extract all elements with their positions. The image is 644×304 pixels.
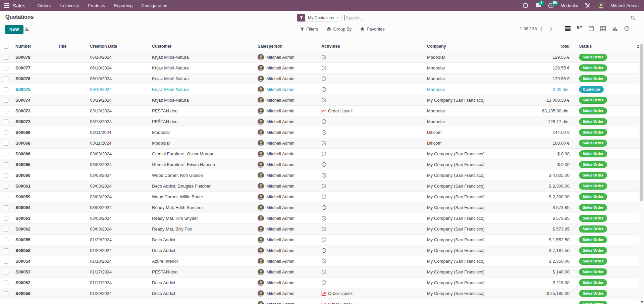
col-header-creation-date[interactable]: Creation Date: [87, 44, 149, 49]
table-row[interactable]: S00069 03/11/2024 Modoolar Mitchell Admi…: [0, 127, 639, 138]
view-calendar-icon[interactable]: [589, 26, 594, 31]
table-row[interactable]: S00073 03/19/2024 PEŠTAN doo Mitchell Ad…: [0, 106, 639, 116]
view-list-icon[interactable]: [565, 26, 571, 31]
cell-activities[interactable]: Order Upsell: [319, 302, 424, 304]
cell-activities[interactable]: [319, 194, 424, 199]
messages-icon[interactable]: 6: [535, 2, 542, 9]
col-header-number[interactable]: Number: [13, 44, 55, 49]
menu-configuration[interactable]: Configuration: [138, 0, 171, 11]
table-row[interactable]: S00064 03/03/2024 Ready Mat, Edith Sanch…: [0, 202, 639, 213]
col-header-title[interactable]: Title: [55, 44, 87, 49]
vertical-scrollbar[interactable]: [639, 41, 644, 304]
table-row[interactable]: S00076 06/10/2024 Knjaz Miloš-Natura Mit…: [0, 73, 639, 84]
row-checkbox[interactable]: [4, 98, 8, 103]
col-header-salesperson[interactable]: Salesperson: [255, 44, 319, 49]
activity-clock-icon[interactable]: [321, 87, 326, 92]
cell-activities[interactable]: [319, 226, 424, 232]
search-facet-my-quotations[interactable]: My Quotations ×: [297, 14, 342, 22]
user-avatar[interactable]: [597, 2, 604, 9]
menu-products[interactable]: Products: [85, 0, 108, 11]
col-header-company[interactable]: Company: [424, 44, 523, 49]
apps-grid-icon[interactable]: [4, 3, 9, 8]
row-checkbox[interactable]: [4, 162, 8, 167]
activity-clock-icon[interactable]: [321, 151, 326, 156]
row-checkbox[interactable]: [4, 66, 8, 70]
activity-clock-icon[interactable]: [321, 216, 326, 221]
activity-clock-icon[interactable]: [321, 130, 326, 135]
cell-activities[interactable]: [319, 119, 424, 124]
cell-activities[interactable]: [319, 55, 424, 60]
table-row[interactable]: S00065 03/03/2024 Gemini Furniture, Edwi…: [0, 159, 639, 170]
activity-clock-icon[interactable]: [321, 141, 326, 146]
row-checkbox[interactable]: [4, 281, 8, 285]
cell-activities[interactable]: Order Upsell: [319, 291, 424, 296]
pager-previous-icon[interactable]: ❮: [537, 26, 546, 31]
row-checkbox[interactable]: [4, 184, 8, 189]
table-row[interactable]: S00053 01/17/2024 PEŠTAN doo Mitchell Ad…: [0, 267, 639, 277]
cell-activities[interactable]: [319, 216, 424, 221]
row-checkbox[interactable]: [4, 291, 8, 296]
table-row[interactable]: S00062 03/03/2024 Ready Mat, Billy Fox M…: [0, 224, 639, 235]
table-row[interactable]: S00074 03/19/2024 Knjaz Miloš-Natura Mit…: [0, 95, 639, 106]
activity-clock-icon[interactable]: [321, 280, 326, 285]
table-row[interactable]: S00061 03/03/2024 Deco Addict, Douglas F…: [0, 181, 639, 192]
cell-activities[interactable]: [319, 173, 424, 178]
activity-clock-icon[interactable]: [321, 248, 326, 253]
filters-button[interactable]: Filters: [300, 27, 318, 32]
favorites-button[interactable]: Favorites: [360, 27, 384, 32]
table-row[interactable]: S00058 01/29/2024 Deco Addict Mitchell A…: [0, 245, 639, 256]
cell-activities[interactable]: [319, 248, 424, 253]
table-row[interactable]: S00056 01/29/2024 Deco Addict Mitchell A…: [0, 288, 639, 299]
group-by-button[interactable]: Group By: [327, 27, 352, 32]
app-name[interactable]: Sales: [13, 3, 25, 8]
facet-remove-icon[interactable]: ×: [336, 15, 339, 20]
table-row[interactable]: S00059 03/03/2024 Wood Corner, Willie Bu…: [0, 192, 639, 202]
view-activity-icon[interactable]: [624, 26, 630, 31]
activity-clock-icon[interactable]: [321, 184, 326, 189]
view-graph-icon[interactable]: [612, 26, 618, 31]
search-icon[interactable]: [631, 15, 636, 20]
table-row[interactable]: S00078 06/10/2024 Knjaz Miloš-Natura Mit…: [0, 52, 639, 63]
row-checkbox[interactable]: [4, 270, 8, 274]
scrollbar-down-arrow[interactable]: [640, 301, 644, 303]
pager-next-icon[interactable]: ❯: [546, 26, 555, 31]
table-row[interactable]: S00063 03/03/2024 Ready Mat, Kim Snyder …: [0, 213, 639, 224]
menu-reporting[interactable]: Reporting: [110, 0, 136, 11]
cell-activities[interactable]: Order Upsell: [319, 108, 424, 113]
activity-clock-icon[interactable]: [321, 65, 326, 70]
activity-clock-icon[interactable]: [321, 98, 326, 103]
menu-to-invoice[interactable]: To Invoice: [56, 0, 83, 11]
export-icon[interactable]: [24, 27, 30, 32]
cell-activities[interactable]: [319, 130, 424, 135]
cell-activities[interactable]: [319, 151, 424, 156]
table-row[interactable]: S00072 03/18/2024 PEŠTAN doo Mitchell Ad…: [0, 116, 639, 127]
table-row[interactable]: S00052 01/17/2024 Deco Addict Mitchell A…: [0, 277, 639, 288]
activity-clock-icon[interactable]: [321, 237, 326, 242]
row-checkbox[interactable]: [4, 173, 8, 178]
row-checkbox[interactable]: [4, 130, 8, 135]
cell-activities[interactable]: [319, 87, 424, 92]
row-checkbox[interactable]: [4, 77, 8, 81]
cell-activities[interactable]: [319, 98, 424, 103]
row-checkbox[interactable]: [4, 109, 8, 113]
row-checkbox[interactable]: [4, 302, 8, 304]
company-switcher[interactable]: Modoolar: [560, 3, 579, 8]
cell-activities[interactable]: [319, 280, 424, 285]
col-header-status[interactable]: Status: [576, 44, 637, 49]
select-all-checkbox[interactable]: [4, 44, 8, 49]
activity-upsell-chart-icon[interactable]: [321, 291, 326, 296]
user-name[interactable]: Mitchell Admin: [610, 3, 639, 8]
new-button[interactable]: NEW: [5, 25, 23, 34]
row-checkbox[interactable]: [4, 119, 8, 124]
cell-activities[interactable]: [319, 76, 424, 81]
activity-clock-icon[interactable]: [321, 119, 326, 124]
table-row[interactable]: Mitchell Admin Order Upsell Sales Order: [0, 299, 639, 304]
table-row[interactable]: S00055 01/29/2024 Deco Addict Mitchell A…: [0, 235, 639, 245]
row-checkbox[interactable]: [4, 227, 8, 232]
activity-clock-icon[interactable]: [321, 205, 326, 210]
activity-upsell-chart-icon[interactable]: [321, 302, 326, 304]
row-checkbox[interactable]: [4, 141, 8, 146]
activity-upsell-chart-icon[interactable]: [321, 108, 326, 113]
row-checkbox[interactable]: [4, 216, 8, 221]
cell-activities[interactable]: [319, 259, 424, 264]
